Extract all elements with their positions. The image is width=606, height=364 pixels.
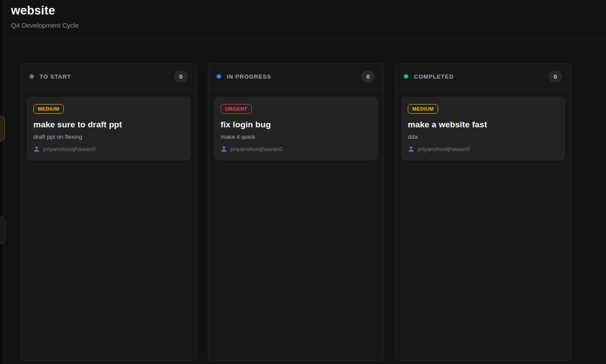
user-icon — [33, 146, 40, 152]
task-card[interactable]: MEDIUM make a website fast dda priyanshu… — [401, 97, 565, 161]
task-description: draft ppt on flexing — [33, 133, 184, 140]
status-dot — [217, 74, 221, 79]
page-subtitle: Q4 Development Cycle — [11, 22, 606, 29]
task-card[interactable]: URGENT fix login bug make it quick priya… — [214, 97, 378, 161]
assignee-name: priyanshunijhawan0 — [43, 146, 95, 152]
column-header: TO START 0 — [21, 64, 196, 90]
column-title: COMPLETED — [414, 73, 454, 80]
task-description: dda — [408, 133, 559, 140]
column-drop-zone[interactable]: MEDIUM make a website fast dda priyanshu… — [396, 90, 571, 360]
task-title: fix login bug — [221, 120, 371, 130]
edge-handle-amber[interactable] — [0, 116, 5, 141]
user-icon — [408, 146, 414, 152]
priority-badge: MEDIUM — [33, 104, 64, 114]
edge-handle-gray[interactable] — [0, 216, 6, 244]
kanban-board: TO START 0 MEDIUM make sure to draft ppt… — [4, 39, 606, 361]
board-header: website Q4 Development Cycle — [4, 0, 606, 39]
column-header: IN PROGRESS 0 — [208, 64, 384, 90]
column-count-badge: 0 — [548, 71, 562, 83]
priority-badge: MEDIUM — [408, 104, 438, 114]
column-header: COMPLETED 0 — [396, 64, 571, 90]
column-drop-zone[interactable]: MEDIUM make sure to draft ppt draft ppt … — [21, 90, 196, 360]
assignee-name: priyanshunijhawan0 — [230, 146, 283, 152]
assignee-row: priyanshunijhawan0 — [33, 146, 184, 152]
task-title: make a website fast — [408, 120, 559, 130]
column-title: IN PROGRESS — [227, 73, 271, 80]
status-dot — [29, 74, 34, 79]
column-to-start: TO START 0 MEDIUM make sure to draft ppt… — [21, 63, 197, 361]
column-count-badge: 0 — [174, 71, 188, 83]
column-completed: COMPLETED 0 MEDIUM make a website fast d… — [395, 63, 571, 361]
assignee-row: priyanshunijhawan0 — [221, 146, 371, 152]
column-in-progress: IN PROGRESS 0 URGENT fix login bug make … — [208, 63, 384, 361]
page-title: website — [11, 4, 606, 18]
left-edge-rail — [0, 0, 4, 364]
status-dot — [404, 74, 408, 79]
user-icon — [221, 146, 227, 152]
task-description: make it quick — [221, 133, 371, 140]
assignee-name: priyanshunijhawan0 — [417, 146, 470, 152]
column-drop-zone[interactable]: URGENT fix login bug make it quick priya… — [208, 90, 384, 360]
column-count-badge: 0 — [361, 71, 375, 83]
task-title: make sure to draft ppt — [33, 120, 184, 130]
column-title: TO START — [40, 73, 71, 80]
task-card[interactable]: MEDIUM make sure to draft ppt draft ppt … — [27, 97, 191, 161]
assignee-row: priyanshunijhawan0 — [408, 146, 559, 152]
priority-badge: URGENT — [221, 104, 252, 114]
